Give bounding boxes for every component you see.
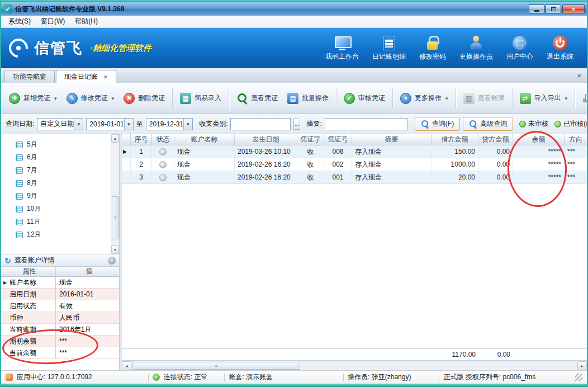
scrollbar-track[interactable]: ≡	[131, 361, 577, 370]
journal-grid: 序号 状态 账户名称 发生日期 凭证字 凭证号 摘要 借方金额 贷方金额 余额 …	[122, 134, 587, 370]
scroll-right-icon[interactable]: ►	[577, 361, 587, 370]
toolbar-delete-voucher[interactable]: ✖ 删除凭证	[119, 89, 169, 108]
status-connection: 连接状态: 正常	[164, 372, 208, 382]
horizontal-scrollbar[interactable]: ◄ ≡ ►	[122, 361, 587, 370]
tree-item-december[interactable]: 12月	[16, 228, 108, 241]
scroll-down-icon[interactable]: ▼	[111, 246, 119, 254]
banner-action-journal-detail[interactable]: 日记账明细	[372, 35, 406, 62]
tree-scrollbar-thumb[interactable]: ≡	[112, 196, 118, 239]
cell-seq: 3	[131, 171, 152, 183]
printer-icon	[582, 93, 588, 104]
resize-grip[interactable]	[575, 374, 582, 381]
toolbar-batch-ops[interactable]: ▤ 批量操作	[283, 89, 333, 108]
maximize-button[interactable]	[546, 4, 561, 13]
banner-action-workbench[interactable]: 我的工作台	[325, 35, 359, 62]
brand: 信管飞 ·精细化管理软件	[8, 37, 151, 59]
toolbar-label: 更多操作	[415, 93, 442, 103]
banner-action-exit[interactable]: 退出系统	[547, 35, 573, 62]
dropdown-arrow-icon: ▾	[54, 96, 57, 101]
toolbar-more-ops[interactable]: » 更多操作 ▾	[396, 89, 453, 108]
toolbar-separator	[392, 88, 393, 108]
toolbar-edit-voucher[interactable]: ✎ 修改凭证 ▾	[62, 89, 119, 108]
total-debit: 1170.00	[431, 349, 478, 360]
grid-header-account[interactable]: 账户名称	[174, 134, 235, 145]
tab-function-nav[interactable]: 功能导航窗	[4, 70, 55, 83]
menu-system[interactable]: 系统(S)	[3, 16, 36, 27]
grid-header-status[interactable]: 状态	[152, 134, 174, 145]
journal-page-icon	[16, 206, 23, 213]
scrollbar-thumb[interactable]: ≡	[132, 362, 300, 370]
grid-header-voucher-word[interactable]: 凭证字	[297, 134, 324, 145]
toolbar-view-voucher[interactable]: 查看凭证	[232, 89, 282, 108]
category-browse-button[interactable]: …	[293, 119, 300, 130]
tab-cash-journal[interactable]: 现金日记账 ×	[56, 70, 116, 83]
advanced-query-button[interactable]: 高级查询	[463, 117, 513, 131]
menu-window[interactable]: 窗口(W)	[36, 16, 70, 27]
tab-label: 功能导航窗	[13, 72, 46, 82]
banner-action-change-password[interactable]: 修改密码	[419, 35, 446, 62]
chevron-down-icon[interactable]: ▾	[74, 119, 83, 130]
query-button[interactable]: 查询(F)	[415, 117, 460, 131]
cell-account: 现金	[174, 158, 235, 171]
batch-icon: ▤	[287, 93, 298, 104]
unaudited-status-icon	[159, 174, 167, 181]
chevron-down-icon[interactable]: ▾	[183, 119, 192, 130]
tree-item-october[interactable]: 10月	[16, 202, 108, 215]
grid-header-credit[interactable]: 贷方金额	[478, 134, 513, 145]
close-button[interactable]: ×	[562, 4, 585, 13]
grid-header-summary[interactable]: 摘要	[352, 134, 431, 145]
date-to-picker[interactable]: 2019-12-31 ▾	[146, 118, 193, 130]
grid-row-2[interactable]: 2 现金 2019-02-26 16:20 收 002 存入现金 1000.00…	[122, 158, 587, 171]
journal-page-icon	[16, 232, 23, 238]
banner-action-label: 日记账明细	[372, 52, 406, 62]
grid-row-3[interactable]: 3 现金 2019-02-26 16:20 收 001 存入现金 20.00 0…	[122, 171, 587, 184]
toolbar-easy-entry[interactable]: ▦ 简易录入	[176, 89, 226, 108]
tree-scrollbar[interactable]: ▲ ≡ ▼	[111, 134, 119, 254]
grid-row-1[interactable]: ▶ 1 现金 2019-03-26 10:10 收 006 存入现金 150.0…	[122, 145, 587, 158]
toolbar-audit-voucher[interactable]: ✔ 审核凭证	[339, 89, 390, 108]
grid-header-debit[interactable]: 借方金额	[431, 134, 478, 145]
scroll-up-icon[interactable]: ▲	[111, 134, 119, 143]
tree-item-july[interactable]: 7月	[16, 164, 108, 177]
cell-direction: ***	[565, 145, 587, 158]
tree-item-september[interactable]: 9月	[16, 190, 108, 202]
tree-item-august[interactable]: 8月	[16, 177, 108, 190]
tree-item-november[interactable]: 11月	[16, 215, 108, 228]
tree-item-label: 5月	[27, 140, 37, 149]
legend-label: 未审核	[528, 119, 548, 129]
scroll-left-icon[interactable]: ◄	[122, 361, 131, 370]
grid-header-balance[interactable]: 余额	[513, 134, 565, 145]
banner-action-label: 用户中心	[506, 52, 533, 62]
chevron-down-icon[interactable]: ▾	[124, 119, 133, 130]
refresh-icon[interactable]: ↻	[4, 257, 11, 265]
date-from-picker[interactable]: 2019-01-01 ▾	[86, 118, 133, 130]
tree-item-label: 11月	[27, 217, 40, 226]
toolbar-print[interactable]: 打印 ▾	[578, 89, 588, 108]
query-button-label: 查询(F)	[432, 119, 454, 129]
tabstrip-close-icon[interactable]: ×	[575, 72, 584, 80]
toolbar-import-export[interactable]: ⇄ 导入导出 ▾	[515, 89, 572, 108]
tree-item-june[interactable]: 6月	[16, 151, 108, 164]
banner-action-switch-operator[interactable]: 更换操作员	[459, 35, 493, 62]
date-mode-select[interactable]: 自定义日期 ▾	[37, 118, 83, 130]
tree-scrollbar-track[interactable]: ≡	[111, 143, 119, 246]
grid-header-date[interactable]: 发生日期	[235, 134, 297, 145]
category-input[interactable]	[230, 118, 291, 130]
summary-input[interactable]	[325, 118, 407, 130]
grid-header-seq[interactable]: 序号	[131, 134, 152, 145]
minimize-button[interactable]	[529, 4, 544, 13]
tree-item-may[interactable]: 5月	[16, 138, 108, 151]
tree-item-label: 7月	[27, 166, 37, 175]
menu-help[interactable]: 帮助(H)	[70, 16, 103, 27]
cell-voucher-no: 002	[324, 158, 352, 171]
grid-header-voucher-no[interactable]: 凭证号	[324, 134, 352, 145]
tab-close-icon[interactable]: ×	[103, 73, 108, 81]
grid-totals-row: 1170.00 0.00	[122, 348, 587, 361]
cell-credit: 0.00	[478, 145, 513, 158]
toolbar-label: 查看账簿	[478, 93, 505, 103]
toolbar-add-voucher[interactable]: ✚ 新增凭证 ▾	[4, 89, 61, 108]
banner-action-user-center[interactable]: 用户中心	[506, 35, 533, 62]
grid-header-direction[interactable]: 方向	[565, 134, 587, 145]
panel-close-icon[interactable]: ×	[108, 257, 116, 265]
cell-credit: 0.00	[478, 158, 513, 171]
